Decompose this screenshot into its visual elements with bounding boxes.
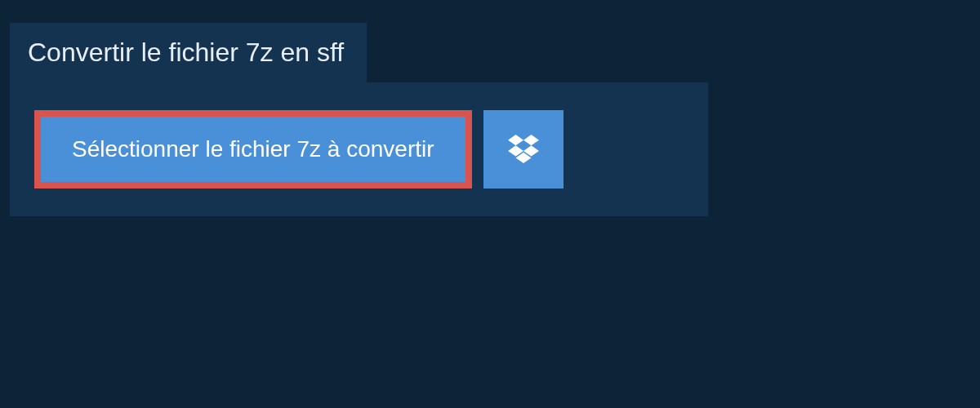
title-bar: Convertir le fichier 7z en sff [10, 23, 367, 82]
upload-panel: Sélectionner le fichier 7z à convertir [10, 82, 708, 216]
dropbox-button[interactable] [483, 110, 564, 188]
select-file-label: Sélectionner le fichier 7z à convertir [72, 136, 434, 162]
select-file-button[interactable]: Sélectionner le fichier 7z à convertir [34, 110, 472, 188]
dropbox-icon [508, 135, 539, 164]
converter-container: Convertir le fichier 7z en sff Sélection… [0, 0, 980, 216]
button-row: Sélectionner le fichier 7z à convertir [34, 110, 684, 188]
page-title: Convertir le fichier 7z en sff [28, 38, 344, 67]
